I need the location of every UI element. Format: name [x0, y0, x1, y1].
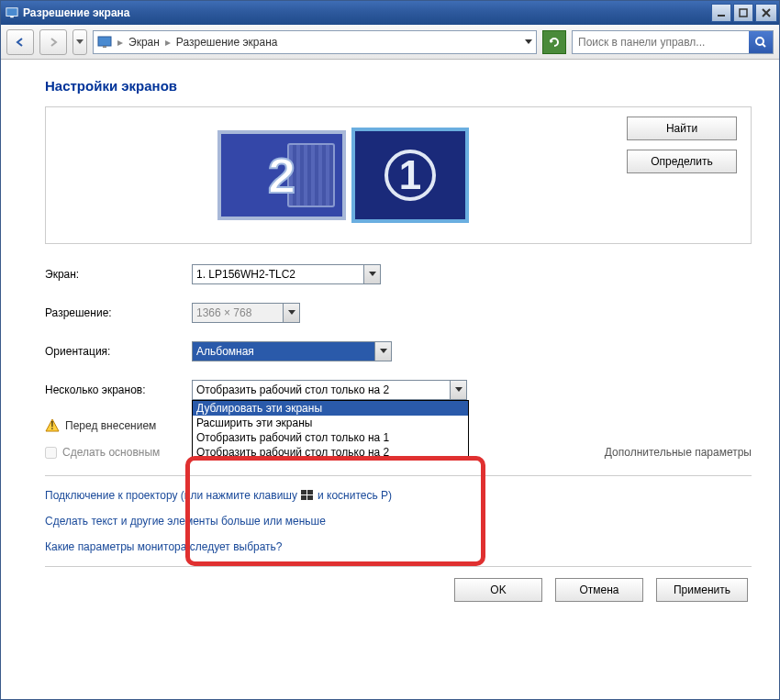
page-heading: Настройки экранов — [45, 78, 752, 94]
breadcrumb-seg[interactable]: Экран — [128, 36, 160, 49]
projector-link[interactable]: Подключение к проектору (или нажмите кла… — [45, 489, 752, 502]
screen-label: Экран: — [45, 268, 192, 281]
text-size-link[interactable]: Сделать текст и другие элементы больше и… — [45, 515, 752, 528]
titlebar: Разрешение экрана — [1, 1, 779, 25]
ok-button[interactable]: OK — [454, 578, 542, 602]
chevron-down-icon[interactable] — [364, 264, 381, 284]
forward-button[interactable] — [39, 29, 67, 55]
resolution-label: Разрешение: — [45, 306, 192, 319]
divider — [45, 475, 752, 476]
find-button[interactable]: Найти — [627, 117, 737, 140]
warning-text-prefix: Перед внесением — [65, 419, 156, 432]
multiple-value: Отобразить рабочий стол только на 2 — [192, 380, 451, 400]
dropdown-option[interactable]: Дублировать эти экраны — [193, 401, 468, 416]
maximize-button[interactable] — [733, 4, 753, 22]
monitors-preview-box: 2 1 Найти Определить — [45, 106, 752, 244]
dropdown-option[interactable]: Отобразить рабочий стол только на 1 — [193, 430, 468, 445]
warning-icon: ! — [45, 418, 60, 433]
resolution-value: 1366 × 768 — [192, 303, 284, 323]
monitor-number: 2 — [268, 147, 295, 204]
svg-rect-1 — [10, 17, 14, 18]
multiple-dropdown-list: Дублировать эти экраны Расширить эти экр… — [192, 400, 469, 461]
toolbar: ▸ Экран ▸ Разрешение экрана — [1, 25, 779, 60]
monitor-preview-2[interactable]: 2 — [217, 130, 346, 220]
svg-rect-11 — [301, 490, 306, 494]
svg-rect-7 — [103, 46, 106, 48]
minimize-button[interactable] — [711, 4, 731, 22]
chevron-down-icon[interactable] — [375, 341, 392, 361]
multiple-select[interactable]: Отобразить рабочий стол только на 2 Дубл… — [192, 380, 467, 400]
svg-rect-0 — [6, 8, 17, 17]
make-primary-label: Сделать основным — [62, 446, 160, 459]
identify-button[interactable]: Определить — [627, 150, 737, 173]
chevron-right-icon: ▸ — [117, 36, 123, 49]
window-title: Разрешение экрана — [23, 6, 711, 19]
chevron-down-icon[interactable] — [451, 380, 467, 400]
chevron-down-icon[interactable] — [525, 39, 532, 45]
apply-button[interactable]: Применить — [656, 578, 748, 602]
dropdown-option[interactable]: Расширить эти экраны — [193, 416, 468, 430]
chevron-right-icon: ▸ — [165, 36, 171, 49]
monitor-icon — [5, 6, 19, 20]
svg-rect-12 — [307, 490, 313, 494]
svg-text:!: ! — [50, 419, 53, 432]
svg-rect-3 — [740, 9, 747, 17]
search-input[interactable] — [573, 36, 749, 49]
resolution-select[interactable]: 1366 × 768 — [192, 303, 300, 323]
windows-key-icon — [301, 490, 314, 501]
orientation-select[interactable]: Альбомная — [192, 341, 392, 361]
orientation-label: Ориентация: — [45, 345, 192, 358]
monitor-params-link[interactable]: Какие параметры монитора следует выбрать… — [45, 540, 752, 553]
search-box — [572, 30, 774, 54]
search-button[interactable] — [749, 31, 773, 53]
close-button[interactable] — [755, 4, 777, 22]
svg-rect-14 — [307, 495, 313, 500]
orientation-value: Альбомная — [192, 341, 375, 361]
nav-history-dropdown[interactable] — [72, 29, 87, 55]
svg-point-8 — [756, 38, 763, 45]
multiple-label: Несколько экранов: — [45, 383, 192, 396]
chevron-down-icon[interactable] — [284, 303, 300, 323]
svg-rect-13 — [301, 495, 306, 500]
svg-line-9 — [763, 44, 765, 47]
breadcrumb-seg[interactable]: Разрешение экрана — [176, 36, 278, 49]
screen-select[interactable]: 1. LP156WH2-TLC2 — [192, 264, 381, 284]
screen-value: 1. LP156WH2-TLC2 — [192, 264, 364, 284]
monitor-icon — [97, 36, 112, 49]
refresh-button[interactable] — [542, 30, 566, 54]
svg-rect-6 — [98, 37, 111, 46]
cancel-button[interactable]: Отмена — [555, 578, 643, 602]
advanced-settings-link[interactable]: Дополнительные параметры — [605, 446, 752, 459]
address-bar[interactable]: ▸ Экран ▸ Разрешение экрана — [93, 30, 537, 54]
make-primary-checkbox — [45, 447, 57, 459]
dropdown-option[interactable]: Отобразить рабочий стол только на 2 — [193, 445, 468, 460]
monitor-number: 1 — [399, 152, 421, 198]
monitor-preview-1[interactable]: 1 — [351, 128, 469, 223]
back-button[interactable] — [6, 29, 34, 55]
